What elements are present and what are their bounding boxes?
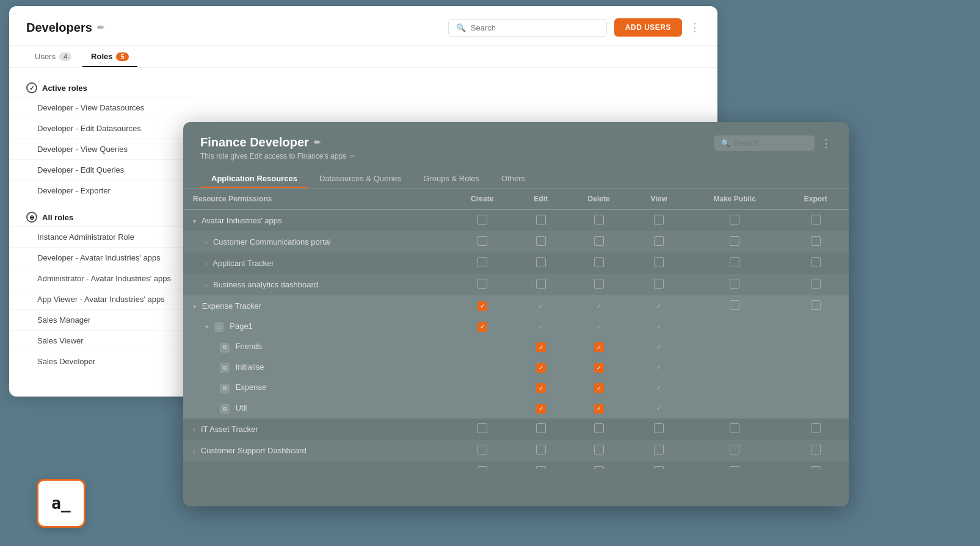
checkbox-export[interactable]	[811, 466, 821, 469]
tab-application-resources[interactable]: Application Resources	[200, 169, 308, 188]
export-cell[interactable]	[783, 461, 849, 469]
subtitle-edit-icon[interactable]: ✏	[350, 153, 355, 160]
checkbox-view-gray[interactable]: ✓	[654, 301, 664, 311]
view-cell[interactable]	[631, 210, 687, 232]
create-cell[interactable]: ✓	[449, 317, 515, 337]
tab-roles[interactable]: Roles 5	[82, 46, 137, 67]
checkbox-create[interactable]	[477, 236, 487, 246]
view-cell[interactable]	[631, 440, 687, 461]
export-cell[interactable]	[783, 231, 849, 253]
search-bar[interactable]: 🔍	[448, 19, 607, 37]
make-public-cell[interactable]	[687, 440, 783, 461]
delete-cell[interactable]	[567, 418, 631, 440]
checkbox-make-public[interactable]	[730, 466, 739, 469]
checkbox-create[interactable]	[477, 215, 487, 225]
delete-cell[interactable]: ✓	[567, 337, 631, 357]
checkbox-export[interactable]	[811, 423, 821, 433]
view-cell[interactable]	[631, 253, 687, 274]
chevron-down-icon[interactable]: ▾	[205, 323, 208, 330]
checkbox-view[interactable]	[654, 445, 664, 454]
checkbox-make-public[interactable]	[730, 236, 739, 246]
edit-cell[interactable]: ✓	[515, 295, 567, 317]
export-cell[interactable]	[783, 295, 849, 317]
checkbox-view-gray[interactable]: ✓	[654, 342, 664, 352]
role-item[interactable]: Developer - View Datasources	[9, 97, 717, 118]
checkbox-create-checked[interactable]: ✓	[477, 301, 487, 311]
checkbox-make-public[interactable]	[730, 215, 739, 225]
checkbox-edit[interactable]	[536, 215, 546, 225]
make-public-cell[interactable]	[687, 295, 783, 317]
checkbox-edit[interactable]	[536, 423, 546, 433]
active-roles-header[interactable]: ✓ Active roles	[9, 79, 717, 97]
chevron-right-icon[interactable]: ›	[205, 260, 207, 267]
checkbox-view[interactable]	[654, 257, 664, 267]
checkbox-delete-gray[interactable]: ✓	[594, 301, 604, 311]
checkbox-create-checked[interactable]: ✓	[477, 322, 487, 332]
modal-more-icon[interactable]: ⋮	[821, 137, 832, 150]
delete-cell[interactable]	[567, 210, 631, 232]
edit-icon[interactable]: ✏	[97, 23, 104, 32]
edit-cell[interactable]: ✓	[515, 317, 567, 337]
checkbox-create[interactable]	[477, 257, 487, 267]
create-cell[interactable]	[449, 274, 515, 295]
delete-cell[interactable]: ✓	[567, 295, 631, 317]
make-public-cell[interactable]	[687, 210, 783, 232]
checkbox-create[interactable]	[477, 279, 487, 289]
checkbox-delete[interactable]	[594, 423, 604, 433]
edit-cell[interactable]: ✓	[515, 378, 567, 398]
delete-cell[interactable]: ✓	[567, 317, 631, 337]
chevron-right-icon[interactable]: ›	[205, 282, 207, 289]
delete-cell[interactable]: ✓	[567, 398, 631, 419]
checkbox-delete[interactable]	[594, 445, 604, 454]
add-users-button[interactable]: ADD USERS	[614, 18, 682, 37]
checkbox-edit-checked[interactable]: ✓	[536, 342, 546, 352]
checkbox-view[interactable]	[654, 236, 664, 246]
make-public-cell[interactable]	[687, 253, 783, 274]
checkbox-export[interactable]	[811, 236, 821, 246]
checkbox-make-public[interactable]	[730, 257, 739, 267]
checkbox-delete[interactable]	[594, 466, 604, 469]
checkbox-export[interactable]	[811, 279, 821, 289]
delete-cell[interactable]	[567, 461, 631, 469]
edit-cell[interactable]	[515, 210, 567, 232]
delete-cell[interactable]	[567, 253, 631, 274]
view-cell[interactable]: ✓	[631, 337, 687, 357]
export-cell[interactable]	[783, 440, 849, 461]
view-cell[interactable]: ✓	[631, 317, 687, 337]
create-cell[interactable]	[449, 210, 515, 232]
checkbox-create[interactable]	[477, 466, 487, 469]
checkbox-edit-checked[interactable]: ✓	[536, 363, 546, 373]
export-cell[interactable]	[783, 274, 849, 295]
checkbox-delete-checked[interactable]: ✓	[594, 342, 604, 352]
delete-cell[interactable]: ✓	[567, 378, 631, 398]
edit-cell[interactable]	[515, 253, 567, 274]
edit-cell[interactable]	[515, 274, 567, 295]
checkbox-edit-gray[interactable]: ✓	[536, 301, 546, 311]
make-public-cell[interactable]	[687, 418, 783, 440]
checkbox-create[interactable]	[477, 423, 487, 433]
create-cell[interactable]	[449, 440, 515, 461]
checkbox-edit[interactable]	[536, 279, 546, 289]
tab-datasources-queries[interactable]: Datasources & Queries	[308, 169, 412, 188]
chevron-right-icon[interactable]: ›	[205, 239, 207, 246]
checkbox-make-public[interactable]	[730, 300, 739, 310]
checkbox-export[interactable]	[811, 300, 821, 310]
checkbox-view-gray[interactable]: ✓	[654, 403, 664, 413]
edit-cell[interactable]	[515, 440, 567, 461]
create-cell[interactable]	[449, 418, 515, 440]
chevron-right-icon[interactable]: ›	[193, 426, 195, 433]
checkbox-create[interactable]	[477, 445, 487, 454]
checkbox-delete[interactable]	[594, 279, 604, 289]
edit-cell[interactable]: ✓	[515, 357, 567, 378]
checkbox-make-public[interactable]	[730, 423, 739, 433]
export-cell[interactable]	[783, 210, 849, 232]
edit-cell[interactable]: ✓	[515, 337, 567, 357]
view-cell[interactable]: ✓	[631, 295, 687, 317]
delete-cell[interactable]	[567, 440, 631, 461]
checkbox-view-gray[interactable]: ✓	[654, 383, 664, 393]
create-cell[interactable]	[449, 461, 515, 469]
checkbox-export[interactable]	[811, 445, 821, 454]
view-cell[interactable]: ✓	[631, 398, 687, 419]
search-input[interactable]	[471, 23, 599, 32]
tab-groups-roles[interactable]: Groups & Roles	[412, 169, 490, 188]
